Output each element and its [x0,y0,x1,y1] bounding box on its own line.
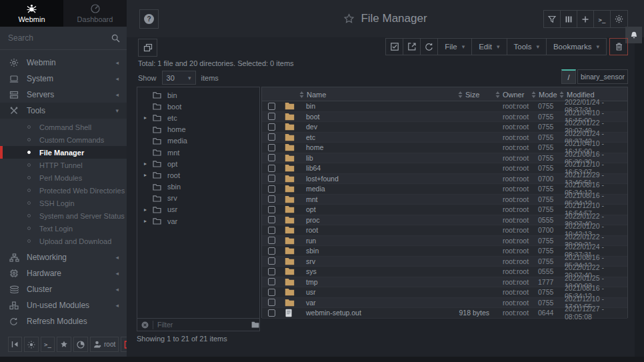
tree-item-sbin[interactable]: sbin [137,181,259,193]
tree-item-var[interactable]: ▸var [137,215,259,227]
row-checkbox[interactable] [268,112,275,122]
sidebar-item-system-and-server-status[interactable]: System and Server Status [0,209,127,222]
select-all-button[interactable] [386,39,403,55]
sidebar-item-cluster[interactable]: Cluster◂ [0,281,127,297]
row-checkbox[interactable] [268,287,275,297]
terminal-button[interactable]: >_ [41,337,55,352]
trash-button[interactable] [609,38,628,55]
file-name[interactable]: mnt [306,195,318,205]
row-checkbox[interactable] [268,246,275,256]
tree-item-srv[interactable]: srv [137,193,259,204]
file-name[interactable]: bin [306,101,315,111]
sidebar-item-hardware[interactable]: Hardware◂ [0,265,127,281]
row-checkbox[interactable] [268,308,275,318]
file-name[interactable]: var [306,298,316,308]
file-name[interactable]: lib [306,153,313,163]
column-header-owner[interactable]: Owner [495,87,524,101]
tree-filter-input[interactable] [153,321,247,329]
row-checkbox[interactable] [268,195,275,205]
sidebar-item-file-manager[interactable]: File Manager [0,146,127,159]
copy-panes-button[interactable] [138,39,157,57]
sidebar-item-protected-web-directories[interactable]: Protected Web Directories [0,184,127,197]
row-checkbox[interactable] [268,277,275,287]
file-name[interactable]: sbin [306,246,319,256]
user-button[interactable]: root [90,337,119,352]
filter-button[interactable] [544,11,561,27]
theme-button[interactable] [24,337,39,352]
expand-caret-icon[interactable]: ▸ [144,172,153,178]
file-name[interactable]: opt [306,205,316,215]
menu-edit[interactable]: Edit▾ [472,39,507,55]
settings-button[interactable] [611,11,627,27]
sidebar-item-http-tunnel[interactable]: HTTP Tunnel [0,159,127,171]
folder-select-icon[interactable] [251,321,259,328]
row-checkbox[interactable] [268,215,275,225]
file-name[interactable]: tmp [306,277,318,287]
file-name[interactable]: home [306,143,323,153]
table-row-webmin-setup-out[interactable]: webmin-setup.out918 bytesroot:root064420… [262,308,627,319]
add-button[interactable] [577,11,594,27]
tree-item-media[interactable]: media [137,135,259,147]
tree-item-root[interactable]: ▸root [137,169,259,181]
help-button[interactable]: ? [139,9,159,29]
clear-filter-icon[interactable] [141,321,149,329]
column-header-mode[interactable]: Mode [531,87,557,101]
file-name[interactable]: media [306,184,325,194]
file-name[interactable]: sys [306,267,317,277]
refresh-button[interactable] [421,39,438,55]
sidebar-item-ssh-login[interactable]: SSH Login [0,197,127,209]
sidebar-item-command-shell[interactable]: Command Shell [0,121,127,133]
row-checkbox[interactable] [268,267,275,277]
file-name[interactable]: dev [306,122,317,132]
file-name[interactable]: webmin-setup.out [306,308,361,318]
sidebar-item-networking[interactable]: Networking◂ [0,249,127,265]
row-checkbox[interactable] [268,205,275,215]
row-checkbox[interactable] [268,143,275,153]
row-checkbox[interactable] [268,133,275,143]
expand-caret-icon[interactable]: ▸ [144,115,153,121]
file-name[interactable]: srv [306,257,315,267]
row-checkbox[interactable] [268,122,275,132]
columns-button[interactable] [561,11,577,27]
terminal-button[interactable]: >_ [594,11,611,27]
file-name[interactable]: root [306,225,318,235]
path-search-input[interactable] [577,69,628,84]
expand-caret-icon[interactable]: ▸ [144,218,153,224]
row-checkbox[interactable] [268,153,275,163]
open-button[interactable] [403,39,421,55]
sidebar-item-custom-commands[interactable]: Custom Commands [0,133,127,146]
column-header-size[interactable]: Size [458,87,479,101]
file-name[interactable]: usr [306,287,316,297]
page-size-select[interactable]: 30 ▾ [162,71,196,85]
star-outline-icon[interactable] [343,13,355,24]
collapse-sidebar-button[interactable] [8,337,22,352]
sidebar-item-perl-modules[interactable]: Perl Modules [0,171,127,184]
row-checkbox[interactable] [268,298,275,308]
sidebar-item-text-login[interactable]: Text Login [0,222,127,235]
file-name[interactable]: boot [306,112,319,122]
column-header-name[interactable]: Name [299,87,326,101]
menu-file[interactable]: File▾ [438,39,472,55]
expand-caret-icon[interactable]: ▸ [144,161,153,167]
file-name[interactable]: lib64 [306,163,321,173]
file-name[interactable]: lost+found [306,174,339,184]
tab-dashboard[interactable]: Dashboard [63,0,127,27]
tab-webmin[interactable]: Webmin [0,0,63,27]
sidebar-item-upload-and-download[interactable]: Upload and Download [0,235,127,247]
file-name[interactable]: run [306,236,316,246]
row-checkbox[interactable] [268,174,275,184]
row-checkbox[interactable] [268,163,275,173]
tree-item-home[interactable]: home [137,124,259,135]
row-checkbox[interactable] [268,184,275,194]
sidebar-item-un-used-modules[interactable]: Un-used Modules◂ [0,297,127,313]
tree-item-boot[interactable]: boot [137,101,259,112]
favorites-button[interactable] [57,337,71,352]
search-input[interactable] [8,33,111,43]
logout-button[interactable] [121,337,127,352]
row-checkbox[interactable] [268,257,275,267]
menu-tools[interactable]: Tools▾ [507,39,547,55]
sidebar-item-webmin[interactable]: Webmin◂ [0,55,127,71]
sidebar-item-refresh-modules[interactable]: Refresh Modules [0,313,127,329]
tree-item-mnt[interactable]: mnt [137,147,259,158]
tree-item-usr[interactable]: ▸usr [137,204,259,215]
